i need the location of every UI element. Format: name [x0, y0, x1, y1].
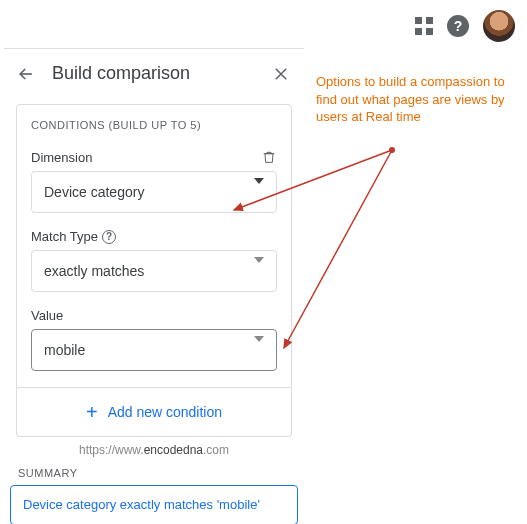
matchtype-label: Match Type: [31, 229, 98, 244]
close-icon[interactable]: [272, 65, 290, 83]
delete-condition-icon[interactable]: [261, 149, 277, 165]
avatar[interactable]: [483, 10, 515, 42]
comparison-panel: Build comparison CONDITIONS (BUILD UP TO…: [4, 48, 304, 524]
matchtype-select[interactable]: exactly matches: [31, 250, 277, 292]
help-icon[interactable]: ?: [447, 15, 469, 37]
summary-box: Device category exactly matches 'mobile': [10, 485, 298, 524]
value-value: mobile: [44, 342, 85, 358]
conditions-section-title: CONDITIONS (BUILD UP TO 5): [31, 119, 277, 131]
chevron-down-icon: [254, 342, 264, 358]
add-condition-label: Add new condition: [108, 404, 222, 420]
back-arrow-icon[interactable]: [16, 64, 36, 84]
add-condition-button[interactable]: + Add new condition: [16, 388, 292, 437]
annotation-text: Options to build a compassion to find ou…: [316, 73, 516, 126]
watermark: https://www.encodedna.com: [4, 443, 304, 457]
dimension-label: Dimension: [31, 150, 92, 165]
chevron-down-icon: [254, 263, 264, 279]
apps-icon[interactable]: [415, 17, 433, 35]
svg-point-0: [389, 147, 395, 153]
dimension-value: Device category: [44, 184, 144, 200]
value-select[interactable]: mobile: [31, 329, 277, 371]
value-label: Value: [31, 308, 63, 323]
dimension-select[interactable]: Device category: [31, 171, 277, 213]
matchtype-help-icon[interactable]: ?: [102, 230, 116, 244]
plus-icon: +: [86, 402, 98, 422]
matchtype-value: exactly matches: [44, 263, 144, 279]
chevron-down-icon: [254, 184, 264, 200]
summary-label: SUMMARY: [4, 459, 304, 485]
panel-title: Build comparison: [52, 63, 256, 84]
